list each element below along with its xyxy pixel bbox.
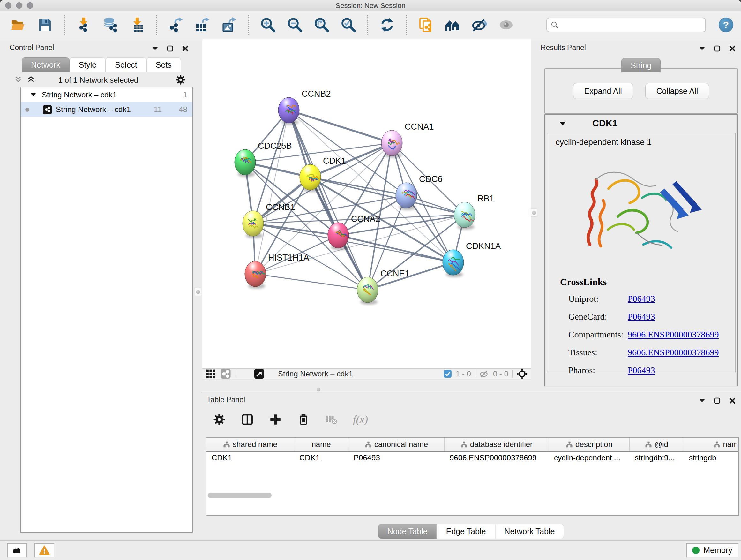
- entry-expander-icon[interactable]: [559, 121, 566, 126]
- open-session-button[interactable]: [10, 17, 26, 33]
- network-view-mode-icon[interactable]: [220, 368, 231, 379]
- float-panel-icon[interactable]: [166, 45, 174, 52]
- tab-sets[interactable]: Sets: [146, 57, 181, 72]
- apply-function-button[interactable]: f(x): [353, 413, 368, 426]
- horizontal-splitter-handle[interactable]: [314, 387, 323, 392]
- vertical-splitter-handle[interactable]: [195, 288, 201, 296]
- panel-menu-icon[interactable]: [699, 399, 705, 402]
- column-label: shared name: [232, 440, 277, 449]
- close-panel-icon[interactable]: [182, 45, 189, 52]
- selected-checkbox-icon[interactable]: [444, 370, 452, 378]
- tab-network-table[interactable]: Network Table: [495, 524, 564, 539]
- show-columns-button[interactable]: [241, 413, 254, 426]
- delete-table-button[interactable]: [325, 413, 338, 426]
- crosslink-link[interactable]: 9606.ENSP00000378699: [628, 348, 719, 358]
- new-network-from-selection-button[interactable]: [418, 17, 434, 33]
- close-panel-icon[interactable]: [729, 397, 736, 404]
- column-header-shared-name[interactable]: shared name: [206, 438, 294, 451]
- tab-string[interactable]: String: [621, 58, 661, 72]
- table-cell[interactable]: CDK1: [294, 452, 348, 464]
- horizontal-scrollbar[interactable]: [208, 493, 272, 498]
- help-button[interactable]: ?: [719, 17, 733, 32]
- network-node-CCNE1[interactable]: CCNE1: [357, 269, 410, 305]
- show-all-button[interactable]: [498, 17, 514, 33]
- panel-menu-icon[interactable]: [699, 47, 705, 51]
- column-header-canonical-name[interactable]: canonical name: [348, 438, 445, 451]
- export-network-button[interactable]: [168, 17, 184, 33]
- node-sphere[interactable]: [245, 261, 266, 287]
- crosslink-link[interactable]: P06493: [628, 294, 655, 304]
- column-header-description[interactable]: description: [549, 438, 630, 451]
- node-sphere[interactable]: [357, 277, 378, 303]
- pan-crosshair-icon[interactable]: [516, 368, 528, 380]
- table-cell[interactable]: stringdb: [684, 452, 739, 464]
- column-header-database-identifier[interactable]: database identifier: [445, 438, 549, 451]
- table-cell[interactable]: 9606.ENSP00000378699: [445, 452, 549, 464]
- zoom-out-button[interactable]: [287, 17, 303, 33]
- node-sphere[interactable]: [443, 250, 464, 275]
- gear-icon[interactable]: [176, 75, 186, 85]
- float-panel-icon[interactable]: [714, 45, 721, 52]
- column-header-name[interactable]: name: [294, 438, 348, 451]
- network-collection-row[interactable]: String Network – cdk1 1: [21, 87, 192, 102]
- column-header-namespace[interactable]: namespace: [684, 438, 739, 451]
- network-collection-label: String Network – cdk1: [42, 90, 117, 99]
- crosslink-link[interactable]: P06493: [628, 365, 655, 375]
- network-edge[interactable]: [289, 110, 367, 290]
- refresh-button[interactable]: [379, 17, 395, 33]
- float-panel-icon[interactable]: [714, 397, 721, 404]
- node-sphere[interactable]: [234, 149, 256, 175]
- network-canvas[interactable]: CCNB2CCNA1CDC25BCDK1CDC6RB1CCNB1CCNA2CDK…: [202, 39, 531, 368]
- hide-selected-button[interactable]: [471, 17, 487, 33]
- grid-view-icon[interactable]: [205, 369, 216, 379]
- cloud-button[interactable]: [7, 543, 27, 557]
- tab-network[interactable]: Network: [22, 57, 70, 72]
- table-cell[interactable]: stringdb:9...: [630, 452, 684, 464]
- table-settings-button[interactable]: [212, 413, 226, 426]
- tab-style[interactable]: Style: [70, 57, 106, 72]
- import-network-file-button[interactable]: [76, 17, 91, 33]
- expand-all-button[interactable]: Expand All: [573, 83, 633, 99]
- tab-edge-table[interactable]: Edge Table: [437, 524, 495, 539]
- tab-select[interactable]: Select: [106, 57, 146, 72]
- save-session-button[interactable]: [37, 17, 53, 33]
- memory-button[interactable]: Memory: [686, 543, 738, 557]
- entry-header[interactable]: CDK1: [545, 115, 737, 132]
- crosslink-link[interactable]: P06493: [628, 312, 655, 322]
- homes-button[interactable]: [445, 17, 461, 33]
- warnings-button[interactable]: [35, 543, 54, 557]
- tree-expander-icon[interactable]: [30, 93, 36, 97]
- network-node-CCNA1[interactable]: CCNA1: [381, 122, 434, 158]
- tab-node-table[interactable]: Node Table: [378, 524, 437, 539]
- network-node-CCNA2[interactable]: CCNA2: [328, 214, 381, 250]
- export-image-button[interactable]: [221, 17, 238, 33]
- network-edge[interactable]: [255, 274, 367, 290]
- zoom-fit-button[interactable]: [314, 17, 330, 33]
- add-column-button[interactable]: [269, 413, 282, 426]
- import-network-database-button[interactable]: [103, 17, 118, 33]
- table-row[interactable]: CDK1CDK1P064939606.ENSP00000378699cyclin…: [206, 452, 738, 464]
- network-row[interactable]: String Network – cdk1 11 48: [21, 102, 192, 117]
- table-cell[interactable]: cyclin-dependent ...: [549, 452, 630, 464]
- network-node-CDKN1A[interactable]: CDKN1A: [443, 241, 501, 277]
- network-edge[interactable]: [289, 110, 392, 143]
- detach-view-icon[interactable]: [254, 368, 265, 379]
- zoom-selected-button[interactable]: [340, 17, 356, 33]
- table-cell[interactable]: P06493: [348, 452, 445, 464]
- network-node-RB1[interactable]: RB1: [454, 194, 494, 230]
- table-cell[interactable]: CDK1: [206, 452, 294, 464]
- crosslink-link[interactable]: 9606.ENSP00000378699: [628, 329, 719, 340]
- floppy-disk-icon: [37, 17, 53, 33]
- column-header--id[interactable]: @id: [630, 438, 684, 451]
- memory-status-dot: [692, 547, 699, 554]
- close-panel-icon[interactable]: [729, 45, 736, 52]
- search-input[interactable]: [561, 20, 701, 29]
- network-node-CCNB2[interactable]: CCNB2: [278, 89, 331, 125]
- network-edge[interactable]: [338, 235, 453, 262]
- panel-menu-icon[interactable]: [152, 47, 158, 51]
- export-table-button[interactable]: [195, 17, 211, 33]
- delete-column-button[interactable]: [297, 413, 310, 426]
- import-table-button[interactable]: [129, 17, 145, 33]
- collapse-all-button[interactable]: Collapse All: [645, 83, 710, 99]
- zoom-in-button[interactable]: [260, 17, 276, 33]
